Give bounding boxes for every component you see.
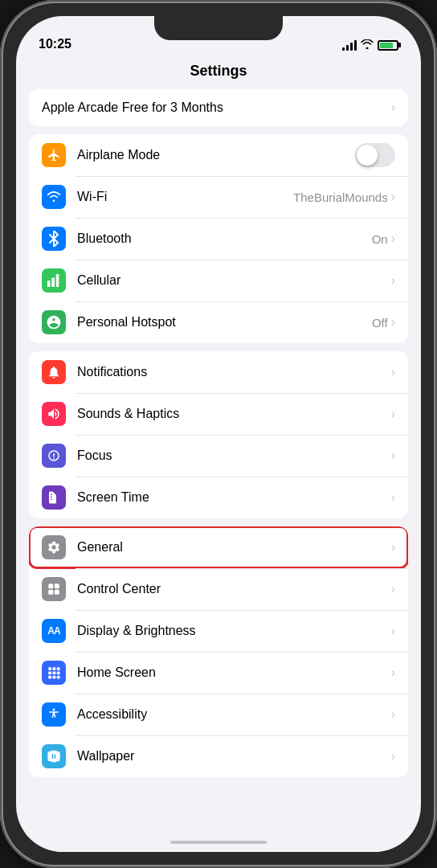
promo-section: Apple Arcade Free for 3 Months › — [29, 89, 408, 126]
display-brightness-chevron: › — [391, 624, 395, 638]
wifi-chevron: › — [391, 190, 395, 204]
status-icons — [342, 39, 398, 51]
general-label: General — [77, 540, 391, 555]
focus-chevron: › — [391, 448, 395, 463]
general-icon — [42, 535, 66, 559]
general-row[interactable]: General › — [29, 526, 408, 568]
page-title: Settings — [16, 56, 421, 89]
svg-rect-10 — [48, 672, 51, 675]
svg-rect-1 — [51, 277, 55, 287]
wifi-status-icon — [361, 39, 374, 51]
cellular-label: Cellular — [77, 273, 391, 288]
svg-rect-12 — [57, 672, 60, 675]
airplane-mode-label: Airplane Mode — [77, 148, 355, 162]
settings-list: Apple Arcade Free for 3 Months › Airplan… — [16, 89, 421, 833]
cellular-row[interactable]: Cellular › — [29, 260, 408, 301]
screentime-row[interactable]: Screen Time › — [29, 477, 408, 518]
accessibility-chevron: › — [391, 707, 395, 722]
home-screen-chevron: › — [391, 665, 395, 680]
display-brightness-row[interactable]: AA Display & Brightness › — [29, 610, 408, 652]
svg-rect-15 — [57, 676, 60, 679]
phone-notch — [154, 16, 283, 40]
screentime-chevron: › — [391, 490, 395, 505]
sounds-chevron: › — [391, 407, 395, 421]
promo-chevron: › — [391, 100, 395, 115]
sounds-label: Sounds & Haptics — [77, 407, 391, 421]
bluetooth-row[interactable]: Bluetooth On › — [29, 218, 408, 260]
notifications-chevron: › — [391, 365, 395, 379]
phone-device: 10:25 — [0, 0, 437, 868]
svg-rect-8 — [53, 667, 56, 670]
svg-rect-4 — [55, 583, 59, 588]
accessibility-icon — [42, 702, 66, 727]
airplane-mode-toggle[interactable] — [355, 143, 395, 167]
wallpaper-chevron: › — [391, 749, 395, 764]
control-center-chevron: › — [391, 582, 395, 596]
hotspot-icon — [42, 310, 66, 334]
svg-rect-7 — [48, 667, 51, 670]
wifi-value: TheBurialMounds — [293, 190, 388, 204]
control-center-label: Control Center — [77, 582, 391, 596]
bluetooth-label: Bluetooth — [77, 231, 372, 246]
home-bar — [170, 841, 267, 844]
screentime-label: Screen Time — [77, 490, 391, 505]
notifications-row[interactable]: Notifications › — [29, 351, 408, 393]
screentime-icon — [42, 485, 66, 510]
hotspot-row[interactable]: Personal Hotspot Off › — [29, 301, 408, 343]
airplane-mode-row[interactable]: Airplane Mode — [29, 134, 408, 176]
home-screen-row[interactable]: Home Screen › — [29, 652, 408, 694]
home-screen-icon — [42, 661, 66, 685]
focus-label: Focus — [77, 448, 391, 463]
promo-item[interactable]: Apple Arcade Free for 3 Months › — [29, 89, 408, 126]
control-center-icon — [42, 577, 66, 601]
focus-icon — [42, 444, 66, 468]
home-screen-label: Home Screen — [77, 665, 391, 680]
promo-text: Apple Arcade Free for 3 Months — [42, 100, 223, 115]
svg-rect-3 — [48, 583, 53, 588]
display-section: General › Control — [29, 526, 408, 777]
display-brightness-label: Display & Brightness — [77, 624, 391, 638]
svg-point-16 — [53, 709, 55, 711]
airplane-mode-icon — [42, 143, 66, 167]
bluetooth-value: On — [372, 232, 388, 246]
cellular-icon — [42, 268, 66, 293]
signal-icon — [342, 39, 357, 51]
sounds-row[interactable]: Sounds & Haptics › — [29, 393, 408, 435]
home-indicator — [16, 833, 421, 852]
status-time: 10:25 — [39, 37, 71, 51]
svg-rect-5 — [48, 590, 53, 595]
bluetooth-chevron: › — [391, 231, 395, 246]
hotspot-chevron: › — [391, 315, 395, 330]
connectivity-section: Airplane Mode — [29, 134, 408, 343]
notifications-section: Notifications › Sounds & Haptics › — [29, 351, 408, 518]
accessibility-row[interactable]: Accessibility › — [29, 694, 408, 735]
wallpaper-row[interactable]: Wallpaper › — [29, 735, 408, 777]
cellular-chevron: › — [391, 273, 395, 288]
general-chevron: › — [391, 540, 395, 555]
bluetooth-icon — [42, 227, 66, 251]
hotspot-value: Off — [372, 316, 388, 330]
svg-rect-9 — [57, 667, 60, 670]
wifi-label: Wi-Fi — [77, 190, 293, 204]
svg-rect-14 — [53, 676, 56, 679]
phone-screen: 10:25 — [16, 16, 421, 852]
svg-rect-0 — [47, 280, 51, 287]
notifications-icon — [42, 360, 66, 384]
accessibility-label: Accessibility — [77, 707, 391, 722]
control-center-row[interactable]: Control Center › — [29, 568, 408, 610]
battery-icon — [378, 40, 398, 51]
svg-rect-11 — [53, 672, 56, 675]
display-brightness-icon: AA — [42, 619, 66, 643]
hotspot-label: Personal Hotspot — [77, 315, 372, 330]
wallpaper-label: Wallpaper — [77, 749, 391, 764]
screen-content: Settings Apple Arcade Free for 3 Months … — [16, 56, 421, 833]
svg-rect-13 — [48, 676, 51, 679]
wifi-row[interactable]: Wi-Fi TheBurialMounds › — [29, 176, 408, 218]
svg-rect-2 — [56, 274, 59, 287]
svg-rect-6 — [55, 590, 59, 595]
focus-row[interactable]: Focus › — [29, 435, 408, 477]
battery-fill — [380, 43, 393, 48]
sounds-icon — [42, 402, 66, 426]
notifications-label: Notifications — [77, 365, 391, 379]
wallpaper-icon — [42, 744, 66, 768]
